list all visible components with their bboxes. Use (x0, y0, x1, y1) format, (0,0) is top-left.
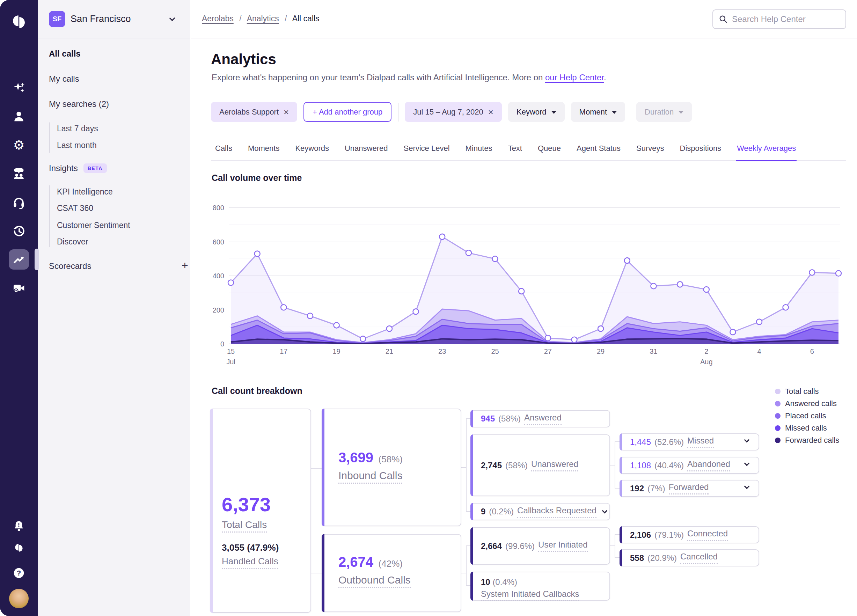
moment-dropdown[interactable]: Moment (571, 102, 625, 122)
expand-abandoned-icon[interactable] (744, 460, 750, 466)
connected-label[interactable]: Connected (687, 529, 728, 541)
callbacks-label[interactable]: Callbacks Requested (517, 506, 597, 518)
tree-connector (466, 418, 467, 512)
legend-item: Placed calls (775, 412, 839, 421)
svg-text:400: 400 (213, 272, 224, 280)
expand-missed-icon[interactable] (744, 437, 750, 443)
tab-dispositions[interactable]: Dispositions (679, 140, 722, 161)
settings-gear-icon[interactable]: ⚙ (9, 135, 29, 155)
breadcrumb-aerolabs[interactable]: Aerolabs (202, 14, 234, 23)
sidebar-item-discover[interactable]: Discover (57, 237, 88, 246)
svg-text:15: 15 (227, 347, 235, 355)
remove-group-filter-icon[interactable]: × (283, 108, 289, 117)
answered-label[interactable]: Answered (524, 413, 562, 425)
date-range-chip[interactable]: Jul 15 – Aug 7, 2020 × (405, 102, 502, 122)
breadcrumb-all-calls: All calls (292, 14, 320, 23)
help-search[interactable] (712, 9, 846, 29)
expand-callbacks-icon[interactable] (602, 508, 608, 513)
svg-text:200: 200 (213, 306, 224, 314)
tab-minutes[interactable]: Minutes (465, 140, 493, 161)
svg-text:23: 23 (438, 347, 446, 355)
support-headset-icon[interactable] (9, 192, 29, 212)
inbound-label[interactable]: Inbound Calls (339, 470, 402, 484)
system-callbacks-label[interactable]: System Initiated Callbacks (481, 589, 579, 601)
unanswered-label[interactable]: Unanswered (531, 459, 578, 471)
workspace-selector[interactable]: SF San Francisco (38, 0, 190, 39)
legend-dot (775, 388, 781, 394)
expand-forwarded-icon[interactable] (744, 483, 750, 489)
outbound-pct: (42%) (379, 559, 403, 569)
group-filter-chip[interactable]: Aerolabs Support × (211, 102, 297, 122)
outbound-value: 2,674 (339, 554, 373, 570)
cancelled-value: 558 (630, 553, 644, 563)
user-avatar[interactable] (9, 589, 29, 608)
legend-item: Forwarded calls (775, 436, 839, 445)
call-volume-chart[interactable]: 0200400600800151719212325272931246JulAug (202, 189, 848, 372)
workspace-initials: SF (53, 15, 62, 23)
user-initiated-card: 2,664 (99.6%) User Initiated (470, 527, 610, 565)
search-input[interactable] (732, 14, 840, 24)
help-icon[interactable]: ? (9, 563, 29, 583)
svg-text:21: 21 (385, 347, 393, 355)
sidebar-item-my-searches[interactable]: My searches (2) (49, 99, 109, 109)
sidebar-item-kpi-intelligence[interactable]: KPI Intelligence (57, 187, 113, 197)
handled-calls-label[interactable]: Handled Calls (222, 556, 278, 569)
tab-agent-status[interactable]: Agent Status (576, 140, 621, 161)
add-scorecard-button[interactable]: + (182, 260, 188, 271)
svg-text:Jul: Jul (226, 358, 235, 365)
connected-value: 2,106 (630, 530, 651, 540)
cancelled-card: 558 (20.9%) Cancelled (620, 549, 759, 566)
tab-weekly-averages[interactable]: Weekly Averages (736, 140, 797, 161)
notifications-bell-icon[interactable] (9, 516, 29, 536)
coaching-icon[interactable] (9, 163, 29, 184)
sidebar-item-last-month[interactable]: Last month (57, 141, 97, 150)
history-icon[interactable] (9, 221, 29, 241)
sidebar-item-my-calls[interactable]: My calls (49, 74, 79, 84)
sidebar-item-customer-sentiment[interactable]: Customer Sentiment (57, 221, 130, 230)
tab-moments[interactable]: Moments (247, 140, 280, 161)
analytics-trend-icon[interactable] (9, 249, 29, 269)
legend-item: Total calls (775, 387, 839, 396)
sidebar: SF San Francisco All calls My calls My s… (38, 0, 190, 616)
tab-service-level[interactable]: Service Level (403, 140, 450, 161)
ai-sparkles-icon[interactable] (9, 77, 29, 98)
help-center-link[interactable]: our Help Center (545, 73, 604, 82)
callbacks-value: 9 (481, 507, 486, 517)
contacts-icon[interactable] (9, 106, 29, 127)
dialpad-mini-logo-icon[interactable] (12, 540, 26, 554)
user-initiated-label[interactable]: User Initiated (538, 540, 588, 552)
remove-date-filter-icon[interactable]: × (488, 108, 493, 117)
outbound-calls-card: 2,674 (42%) Outbound Calls (322, 534, 461, 612)
meetings-video-icon[interactable] (9, 278, 29, 298)
legend-dot (775, 401, 781, 407)
answered-card: 945 (58%) Answered (470, 410, 610, 427)
tab-keywords[interactable]: Keywords (294, 140, 329, 161)
sidebar-item-csat-360[interactable]: CSAT 360 (57, 204, 93, 213)
sidebar-item-all-calls[interactable]: All calls (49, 49, 80, 59)
tab-surveys[interactable]: Surveys (636, 140, 665, 161)
outbound-label[interactable]: Outbound Calls (339, 574, 411, 588)
abandoned-label[interactable]: Abandoned (687, 459, 730, 471)
breadcrumb-analytics[interactable]: Analytics (247, 14, 279, 23)
total-calls-label[interactable]: Total Calls (222, 519, 267, 532)
tab-calls[interactable]: Calls (214, 140, 233, 161)
sidebar-item-last-7-days[interactable]: Last 7 days (57, 124, 98, 133)
duration-dropdown[interactable]: Duration (636, 102, 692, 122)
legend-item: Missed calls (775, 424, 839, 433)
missed-label[interactable]: Missed (687, 436, 714, 448)
add-group-button[interactable]: + Add another group (303, 102, 391, 122)
keyword-dropdown[interactable]: Keyword (508, 102, 565, 122)
svg-text:19: 19 (333, 347, 340, 355)
cancelled-label[interactable]: Cancelled (680, 552, 718, 564)
tab-text[interactable]: Text (507, 140, 523, 161)
tab-unanswered[interactable]: Unanswered (344, 140, 389, 161)
svg-text:800: 800 (213, 204, 224, 212)
sidebar-item-scorecards[interactable]: Scorecards (49, 261, 91, 271)
legend-dot (775, 413, 781, 419)
tab-queue[interactable]: Queue (537, 140, 562, 161)
svg-text:4: 4 (757, 347, 761, 355)
forwarded-label[interactable]: Forwarded (669, 482, 709, 494)
insights-group-rule (49, 185, 50, 247)
sidebar-item-insights[interactable]: InsightsBETA (49, 163, 107, 173)
system-callbacks-card: 10 (0.4%) System Initiated Callbacks (470, 572, 610, 601)
